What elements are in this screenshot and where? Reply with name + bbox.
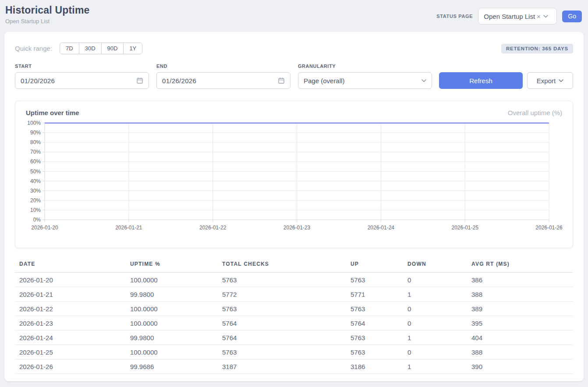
svg-text:40%: 40%: [30, 178, 41, 184]
quick-range-group: 7D30D90D1Y: [60, 42, 142, 54]
table-cell: 3186: [346, 359, 403, 374]
quick-range-90d-button[interactable]: 90D: [101, 43, 124, 54]
table-cell: 1: [403, 287, 467, 302]
svg-text:90%: 90%: [30, 130, 41, 136]
title-block: Historical Uptime Open Startup List: [5, 4, 90, 25]
svg-text:2026-01-26: 2026-01-26: [535, 225, 563, 231]
retention-badge: RETENTION: 365 DAYS: [501, 44, 573, 53]
table-cell: 5763: [346, 302, 403, 316]
end-label: END: [156, 63, 290, 69]
table-cell: 0: [403, 316, 467, 331]
export-button-label: Export: [537, 77, 556, 84]
table-cell: 386: [467, 273, 573, 287]
table-row: 2026-01-2699.9686318731861390: [15, 359, 573, 374]
page-title: Historical Uptime: [5, 4, 90, 16]
table-cell: 388: [467, 287, 573, 302]
svg-text:50%: 50%: [30, 169, 41, 175]
svg-text:80%: 80%: [30, 139, 41, 145]
table-column-header: UPTIME %: [126, 258, 218, 273]
svg-text:60%: 60%: [30, 158, 41, 165]
svg-text:2026-01-25: 2026-01-25: [451, 225, 478, 231]
status-page-controls: STATUS PAGE Open Startup List × Go: [436, 8, 582, 25]
refresh-button[interactable]: Refresh: [439, 72, 523, 89]
granularity-label: GRANULARITY: [298, 63, 432, 69]
table-row: 2026-01-2199.9800577257711388: [15, 287, 573, 302]
chart-header: Uptime over time Overall uptime (%): [26, 109, 562, 116]
svg-text:2026-01-21: 2026-01-21: [115, 225, 142, 231]
table-column-header: TOTAL CHECKS: [218, 258, 346, 273]
chart-legend: Overall uptime (%): [508, 109, 562, 116]
table-row: 2026-01-25100.0000576357630388: [15, 345, 573, 359]
table-cell: 1: [403, 331, 467, 345]
chart-title: Uptime over time: [26, 109, 79, 116]
start-label: START: [15, 63, 149, 69]
page-subtitle: Open Startup List: [5, 18, 90, 25]
svg-text:30%: 30%: [30, 188, 41, 194]
table-cell: 100.0000: [126, 302, 218, 316]
start-date-field: START: [15, 63, 149, 89]
status-page-label: STATUS PAGE: [436, 14, 473, 19]
table-cell: 404: [467, 331, 573, 345]
table-cell: 395: [467, 316, 573, 331]
table-cell: 2026-01-20: [15, 273, 126, 287]
quick-range-1y-button[interactable]: 1Y: [123, 43, 142, 54]
page-header: Historical Uptime Open Startup List STAT…: [0, 0, 588, 29]
table-cell: 5764: [346, 316, 403, 331]
granularity-field: GRANULARITY Page (overall): [298, 63, 432, 89]
calendar-icon[interactable]: [136, 77, 143, 84]
end-date-input-box: [156, 72, 290, 89]
go-button[interactable]: Go: [562, 11, 582, 22]
svg-text:100%: 100%: [27, 120, 41, 126]
status-page-select[interactable]: Open Startup List ×: [478, 8, 557, 25]
svg-text:0%: 0%: [33, 217, 41, 223]
table-cell: 389: [467, 302, 573, 316]
table-cell: 5763: [346, 345, 403, 359]
table-column-header: UP: [346, 258, 403, 273]
table-cell: 5771: [346, 287, 403, 302]
export-button[interactable]: Export: [527, 72, 573, 89]
table-cell: 2026-01-25: [15, 345, 126, 359]
svg-text:2026-01-22: 2026-01-22: [199, 225, 227, 231]
x-icon[interactable]: ×: [537, 13, 541, 20]
svg-text:2026-01-20: 2026-01-20: [31, 225, 58, 231]
table-cell: 99.9686: [126, 359, 218, 374]
uptime-table: DATEUPTIME %TOTAL CHECKSUPDOWNAVG RT (MS…: [15, 258, 573, 374]
start-date-input[interactable]: [21, 77, 136, 84]
table-cell: 5763: [346, 273, 403, 287]
table-cell: 100.0000: [126, 316, 218, 331]
status-page-select-value: Open Startup List: [484, 13, 535, 20]
table-cell: 5763: [218, 273, 346, 287]
chart-plot-area: 2026-01-202026-01-212026-01-222026-01-23…: [26, 118, 562, 236]
quick-range-30d-button[interactable]: 30D: [79, 43, 101, 54]
granularity-select-value: Page (overall): [304, 77, 344, 84]
svg-text:2026-01-24: 2026-01-24: [368, 225, 395, 231]
table-column-header: DATE: [15, 258, 126, 273]
table-cell: 99.9800: [126, 287, 218, 302]
table-row: 2026-01-23100.0000576457640395: [15, 316, 573, 331]
filters-row: START END: [15, 63, 573, 89]
chevron-down-icon: [543, 15, 548, 18]
end-date-input[interactable]: [162, 77, 278, 84]
svg-text:10%: 10%: [30, 207, 41, 213]
svg-text:70%: 70%: [30, 149, 41, 155]
calendar-icon[interactable]: [278, 77, 285, 84]
table-cell: 5763: [346, 331, 403, 345]
table-row: 2026-01-22100.0000576357630389: [15, 302, 573, 316]
table-cell: 2026-01-26: [15, 359, 126, 374]
quick-range-row: Quick range: 7D30D90D1Y RETENTION: 365 D…: [15, 42, 573, 54]
granularity-select[interactable]: Page (overall): [298, 72, 432, 89]
table-cell: 2026-01-23: [15, 316, 126, 331]
end-date-field: END: [156, 63, 290, 89]
uptime-chart-card: Uptime over time Overall uptime (%) 2026…: [15, 101, 573, 248]
table-cell: 2026-01-22: [15, 302, 126, 316]
table-cell: 5764: [218, 331, 346, 345]
table-cell: 100.0000: [126, 273, 218, 287]
table-cell: 5772: [218, 287, 346, 302]
quick-range-7d-button[interactable]: 7D: [60, 43, 79, 54]
table-cell: 0: [403, 273, 467, 287]
uptime-line-chart: 2026-01-202026-01-212026-01-222026-01-23…: [26, 118, 563, 234]
table-cell: 5763: [218, 345, 346, 359]
table-row: 2026-01-20100.0000576357630386: [15, 273, 573, 287]
svg-text:20%: 20%: [30, 197, 41, 204]
table-cell: 2026-01-21: [15, 287, 126, 302]
